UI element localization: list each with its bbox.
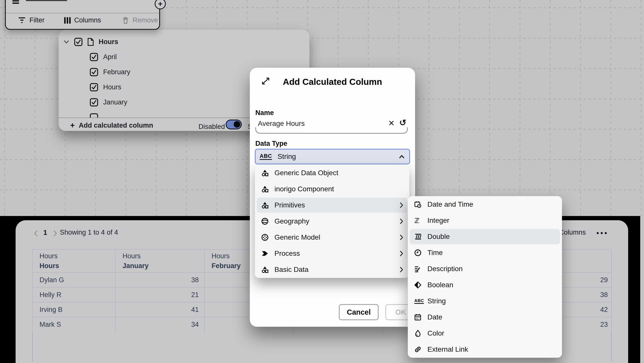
columns-button[interactable]: Columns [559,229,586,236]
column-header[interactable]: HoursHours [32,249,115,273]
cancel-button[interactable]: Cancel [339,304,379,320]
name-label: Name [255,109,274,117]
menu-item-geography[interactable]: Geography [255,213,409,229]
page-previous-button[interactable] [33,230,39,237]
tree-item-label: Hours [103,83,121,91]
grid-line [520,0,520,216]
add-calculated-column-button[interactable]: + Add calculated column [70,121,153,130]
submenu-item-external-link[interactable]: External Link [408,341,562,357]
grid-line [4,0,5,216]
calendar-icon [414,314,422,321]
grid-line [611,0,611,216]
menu-icon[interactable] [12,0,19,2]
submenu-item-string[interactable]: ABC String [408,293,562,309]
data-type-select[interactable]: ABC String [255,149,410,164]
grid-line [580,0,581,216]
submenu-item-label: External Link [427,345,557,353]
submenu-item-integer[interactable]: ℤ Integer [408,212,562,229]
cell-name: Helly R [32,287,115,302]
name-input-underline [255,127,408,134]
submenu-item-label: String [427,297,557,305]
tree-item-label: January [103,98,127,106]
clock-icon [414,249,422,256]
checkbox-checked-icon[interactable] [90,98,98,106]
submenu-item-label: Color [427,329,557,337]
checkbox-checked-icon[interactable] [90,53,98,61]
column-header[interactable] [561,249,612,273]
menu-item-generic-data-object[interactable]: Generic Data Object [255,165,409,181]
filter-button[interactable]: Filter [18,16,45,24]
remove-label: Remove [133,16,158,24]
grid-line [429,0,429,216]
columns-label: Columns [74,16,101,24]
data-source-panel: Data Source Filter Columns Remove [5,0,160,30]
submenu-chevron-icon [399,266,404,273]
tree-item-hours[interactable]: Hours [90,83,121,91]
plus-icon: + [70,121,75,130]
menu-item-inorigo-component[interactable]: inorigo Component [255,181,409,197]
disabled-toggle[interactable] [226,120,242,129]
boolean-icon [414,281,422,288]
column-header[interactable]: HoursJanuary [115,249,205,273]
tree-item-january[interactable]: January [90,98,127,106]
tree-item-hours-parent[interactable]: Hours [74,38,118,46]
filter-label: Filter [29,16,45,24]
submenu-item-time[interactable]: Time [408,245,562,261]
right-edge-strip [640,216,644,363]
submenu-item-boolean[interactable]: Boolean [408,277,562,293]
ok-label: OK [395,308,406,316]
menu-item-basic-data[interactable]: Basic Data [255,262,409,278]
cell-value: 41 [115,302,205,317]
checkbox-checked-icon[interactable] [90,68,98,76]
submenu-item-color[interactable]: Color [408,325,562,341]
menu-icon[interactable] [12,3,19,4]
checkbox-checked-icon[interactable] [90,83,98,91]
add-calculated-column-label: Add calculated column [79,122,153,129]
menu-item-label: Process [274,249,399,258]
shapes-icon [261,186,269,193]
submenu-item-date-and-time[interactable]: Date and Time [408,196,562,212]
cell-name: Mark S [32,317,115,332]
page-next-button[interactable] [52,230,58,237]
description-icon [414,265,422,272]
plus-icon: + [158,0,163,8]
panel-divider [6,13,159,13]
chevron-down-icon[interactable] [63,39,70,45]
submenu-chevron-icon [399,202,404,208]
menu-item-primitives[interactable]: Primitives [255,197,409,213]
globe-icon [261,218,269,225]
submenu-item-double[interactable]: Double [408,229,562,245]
name-input[interactable]: Average Hours [258,120,305,128]
cell-value: 42 [561,302,612,317]
checkbox-checked-icon[interactable] [74,38,83,46]
cell-name: Irving B [32,302,115,317]
document-icon [87,38,94,46]
tree-item-clipped [90,113,98,118]
submenu-item-label: Description [427,265,557,273]
tree-item-label: Hours [99,38,118,46]
more-menu-icon[interactable] [597,232,607,234]
tree-item-february[interactable]: February [90,68,130,76]
data-type-menu: Generic Data Object inorigo Component Pr… [255,165,409,278]
menu-item-generic-model[interactable]: Generic Model [255,229,409,245]
primitives-submenu: Date and Time ℤ Integer Double Time Desc… [408,196,562,358]
dialog-title: Add Calculated Column [250,77,415,87]
remove-button[interactable]: Remove [122,16,158,24]
checkbox-partial-icon [90,113,98,118]
model-icon [261,234,269,241]
submenu-item-description[interactable]: Description [408,261,562,277]
submenu-chevron-icon [399,250,404,257]
columns-toolbar-button[interactable]: Columns [64,16,101,24]
menu-item-label: Generic Data Object [274,169,404,177]
undo-icon[interactable]: ↺ [399,118,407,128]
menu-item-process[interactable]: Process [255,245,409,262]
submenu-item-date[interactable]: Date [408,309,562,325]
trash-icon [122,17,129,24]
data-source-link[interactable]: Data Source [26,0,67,1]
shapes-icon [261,169,269,176]
submenu-item-label: Integer [427,216,557,225]
tree-item-april[interactable]: April [90,53,117,61]
data-type-label: Data Type [255,140,287,148]
abc-icon: ABC [414,298,422,305]
clear-input-icon[interactable]: ✕ [388,119,395,128]
